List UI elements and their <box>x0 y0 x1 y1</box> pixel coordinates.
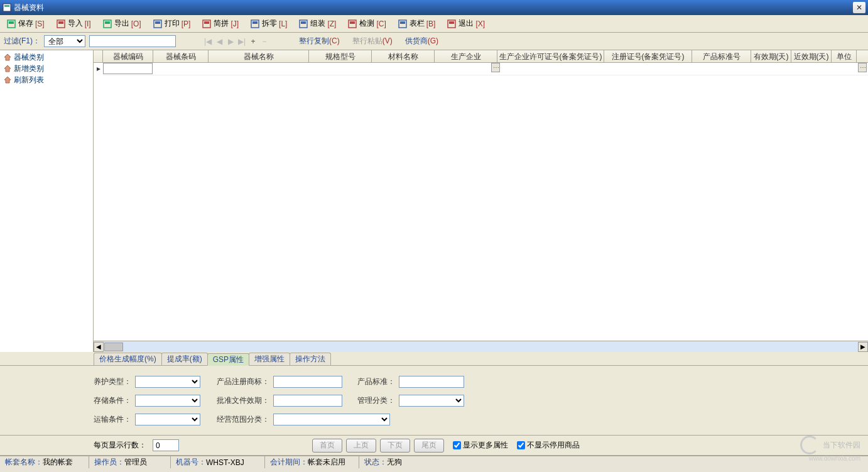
page-prev[interactable]: 上页 <box>346 439 376 453</box>
data-grid[interactable]: 器械编码器械条码器械名称规格型号材料名称生产企业生产企业许可证号(备案凭证号)注… <box>94 50 868 352</box>
manage-class-select[interactable] <box>399 395 464 407</box>
svg-marker-23 <box>4 65 11 72</box>
tab-gsp[interactable]: GSP属性 <box>207 353 249 366</box>
app-icon <box>3 3 11 12</box>
maintain-type-label: 养护类型： <box>94 376 131 387</box>
assemble-icon <box>298 19 308 29</box>
nav-last: ▶| <box>236 36 247 47</box>
storage-label: 存储条件： <box>94 395 131 406</box>
nav-first: |◀ <box>202 36 214 47</box>
page-next[interactable]: 下页 <box>380 439 410 453</box>
nav-new-category[interactable]: 新增类别 <box>4 63 89 74</box>
col-material[interactable]: 材料名称 <box>372 50 435 63</box>
col-unit[interactable]: 单位 <box>832 50 857 63</box>
col-valid[interactable]: 有效期(天) <box>751 50 791 63</box>
svg-rect-15 <box>301 21 306 24</box>
scroll-left-icon[interactable]: ◀ <box>94 342 104 352</box>
svg-rect-17 <box>350 21 355 24</box>
storage-select[interactable] <box>135 395 200 407</box>
approval-expire-input[interactable] <box>273 395 342 407</box>
scroll-thumb[interactable] <box>104 343 123 351</box>
assemble-button[interactable]: 组装[Z] <box>296 17 339 31</box>
inspect-button[interactable]: 检测[C] <box>345 17 388 31</box>
manage-class-label: 管理分类： <box>351 395 395 406</box>
supplier[interactable]: 供货商(G) <box>403 36 441 45</box>
svg-rect-11 <box>204 21 209 24</box>
exit-button[interactable]: 退出[X] <box>444 17 487 31</box>
col-barcode[interactable]: 器械条码 <box>153 50 209 63</box>
cell-lookup-button[interactable]: ⋯ <box>491 63 500 72</box>
reg-trademark-input[interactable] <box>273 376 342 388</box>
exit-icon <box>447 19 457 29</box>
page-last[interactable]: 尾页 <box>414 439 444 453</box>
import-button[interactable]: 导入[I] <box>53 17 94 31</box>
window-title: 器械资料 <box>14 3 853 13</box>
col-code[interactable]: 器械编码 <box>103 50 153 63</box>
columns-button[interactable]: 表栏[B] <box>395 17 438 31</box>
svg-rect-13 <box>252 21 258 24</box>
inspect-icon <box>347 19 357 29</box>
filter-bar: 过滤(F1)： 全部 |◀◀▶▶|+− 整行复制(C)整行粘贴(V)供货商(G) <box>0 33 868 50</box>
scroll-right-icon[interactable]: ▶ <box>858 342 868 352</box>
page-first[interactable]: 首页 <box>312 439 342 453</box>
approval-expire-label: 批准文件效期： <box>213 395 269 406</box>
tab-enhance[interactable]: 增强属性 <box>249 353 290 365</box>
hide-disabled-checkbox[interactable]: 不显示停用商品 <box>517 440 580 451</box>
table-row[interactable]: ⋯ ⋯ <box>103 63 868 75</box>
nav-device-category[interactable]: 器械类别 <box>4 52 89 63</box>
rows-per-page-input[interactable] <box>153 439 179 451</box>
main-toolbar: 保存[S]导入[I]导出[O]打印[P]简拼[J]拆零[L]组装[Z]检测[C]… <box>0 15 868 33</box>
export-button[interactable]: 导出[O] <box>100 17 144 31</box>
row-indicator: ▸ <box>94 63 103 341</box>
save-button[interactable]: 保存[S] <box>4 17 47 31</box>
show-more-attrs-input[interactable] <box>453 441 461 449</box>
hide-disabled-input[interactable] <box>517 441 525 449</box>
nav-refresh-list[interactable]: 刷新列表 <box>4 74 89 85</box>
paste-rows: 整行粘贴(V) <box>350 36 395 45</box>
product-std-input[interactable] <box>399 376 464 388</box>
filter-dropdown[interactable]: 全部 <box>44 35 85 47</box>
col-indicator[interactable] <box>94 50 103 63</box>
title-bar: 器械资料 ✕ <box>0 0 868 15</box>
cell-lookup-button-end[interactable]: ⋯ <box>858 63 867 72</box>
transport-select[interactable] <box>135 414 200 425</box>
tab-price[interactable]: 价格生成幅度(%) <box>94 353 162 365</box>
nav-delete: − <box>259 36 270 47</box>
copy-rows[interactable]: 整行复制(C) <box>296 36 342 45</box>
tab-operation[interactable]: 操作方法 <box>290 353 331 365</box>
simplify-button[interactable]: 简拼[J] <box>199 17 241 31</box>
nav-add[interactable]: + <box>247 36 259 47</box>
scope-class-select[interactable] <box>273 414 390 425</box>
reg-trademark-label: 产品注册商标： <box>213 376 269 387</box>
split-button[interactable]: 拆零[L] <box>247 17 290 31</box>
col-reg[interactable]: 注册证号(备案凭证号) <box>604 50 692 63</box>
cell-code-edit[interactable] <box>103 63 153 74</box>
tab-commission[interactable]: 提成率(额) <box>161 353 208 365</box>
col-name[interactable]: 器械名称 <box>209 50 309 63</box>
export-icon <box>102 19 112 29</box>
col-license[interactable]: 生产企业许可证号(备案凭证号) <box>497 50 604 63</box>
svg-rect-9 <box>155 21 160 24</box>
close-button[interactable]: ✕ <box>853 2 865 13</box>
col-spec[interactable]: 规格型号 <box>309 50 372 63</box>
detail-tabs: 价格生成幅度(%)提成率(额)GSP属性增强属性操作方法 <box>0 352 868 366</box>
print-button[interactable]: 打印[P] <box>150 17 193 31</box>
home-icon <box>4 65 11 72</box>
horizontal-scrollbar[interactable]: ◀ ▶ <box>94 341 868 352</box>
col-near[interactable]: 近效期(天) <box>791 50 832 63</box>
svg-marker-24 <box>4 77 11 83</box>
save-icon <box>6 19 16 29</box>
transport-label: 运输条件： <box>94 414 131 425</box>
rows-per-page-label: 每页显示行数： <box>94 440 146 451</box>
nav-next: ▶ <box>225 36 236 47</box>
sidebar: 器械类别新增类别刷新列表 <box>0 50 94 352</box>
svg-rect-7 <box>105 21 110 24</box>
maintain-type-select[interactable] <box>135 376 200 388</box>
show-more-attrs-checkbox[interactable]: 显示更多属性 <box>453 440 508 451</box>
col-mfr[interactable]: 生产企业 <box>435 50 497 63</box>
split-icon <box>250 19 260 29</box>
col-std[interactable]: 产品标准号 <box>692 50 751 63</box>
product-std-label: 产品标准： <box>351 376 395 387</box>
gsp-form: 养护类型： 产品注册商标： 产品标准： 存储条件： 批准文件效期： 管理分类： … <box>0 366 868 436</box>
filter-search-input[interactable] <box>89 35 176 47</box>
